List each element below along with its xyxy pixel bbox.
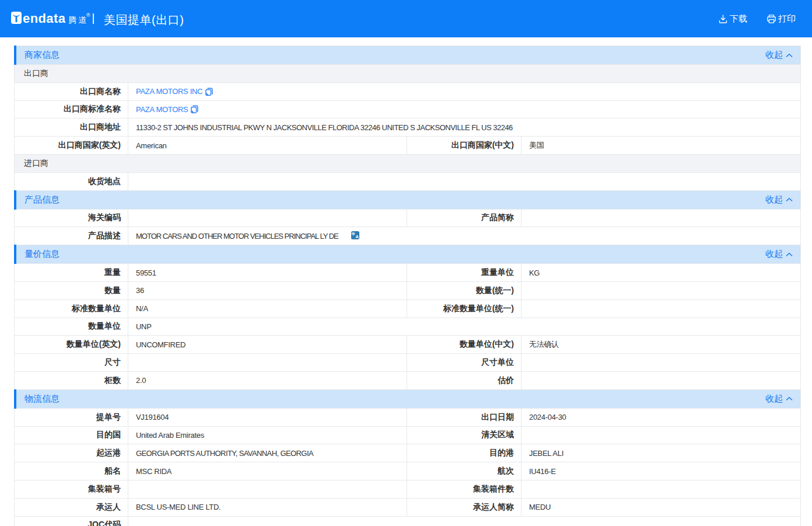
svg-text:中: 中	[352, 231, 355, 235]
